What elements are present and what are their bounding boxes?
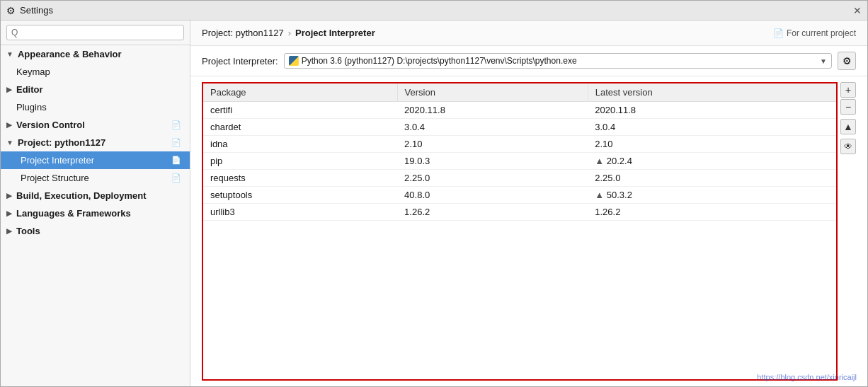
package-version: 1.26.2: [397, 204, 588, 221]
table-row[interactable]: pip19.0.3▲ 20.2.4: [203, 153, 836, 170]
breadcrumb-separator: ›: [288, 28, 291, 38]
package-latest: 1.26.2: [588, 204, 836, 221]
interpreter-row: Project Interpreter: Python 3.6 (python1…: [190, 46, 867, 76]
upgrade-package-button[interactable]: ▲: [840, 119, 856, 134]
upgrade-arrow-icon: ▲: [595, 156, 606, 166]
python-icon: [289, 56, 299, 66]
table-row[interactable]: chardet3.0.43.0.4: [203, 119, 836, 136]
package-name: certifi: [203, 102, 397, 119]
dropdown-chevron-icon: ▼: [820, 57, 827, 65]
interpreter-label: Project Interpreter:: [202, 56, 278, 67]
settings-window: ⚙ Settings ✕ ▼ Appearance & Behavior Key…: [0, 0, 868, 387]
interpreter-selected-value: Python 3.6 (python1127) D:\projects\pyth…: [289, 56, 577, 66]
table-row[interactable]: requests2.25.02.25.0: [203, 170, 836, 187]
remove-package-button[interactable]: −: [840, 99, 856, 115]
add-package-button[interactable]: +: [840, 82, 856, 98]
package-version: 2.10: [397, 136, 588, 153]
sidebar-item-build[interactable]: ▶ Build, Execution, Deployment: [1, 187, 190, 204]
package-latest: 2.25.0: [588, 170, 836, 187]
table-header-row: Package Version Latest version: [203, 83, 836, 102]
chevron-down-icon-proj: ▼: [6, 139, 13, 146]
content-area: ▼ Appearance & Behavior Keymap ▶ Editor …: [1, 21, 867, 386]
minus-icon: −: [845, 101, 851, 112]
package-version: 3.0.4: [397, 119, 588, 136]
chevron-right-icon-lang: ▶: [6, 209, 12, 217]
package-name: urllib3: [203, 204, 397, 221]
sidebar-item-tools[interactable]: ▶ Tools: [1, 222, 190, 240]
chevron-right-icon-build: ▶: [6, 192, 12, 200]
package-name: chardet: [203, 119, 397, 136]
table-row[interactable]: certifi2020.11.82020.11.8: [203, 102, 836, 119]
chevron-right-icon-tools: ▶: [6, 227, 12, 235]
package-name: pip: [203, 153, 397, 170]
package-latest: 2020.11.8: [588, 102, 836, 119]
packages-table: Package Version Latest version certifi20…: [203, 83, 836, 221]
up-arrow-icon: ▲: [843, 121, 853, 132]
sidebar-item-languages[interactable]: ▶ Languages & Frameworks: [1, 204, 190, 222]
package-version: 2.25.0: [397, 170, 588, 187]
package-name: requests: [203, 170, 397, 187]
sidebar-search-container: [1, 21, 190, 45]
package-version: 2020.11.8: [397, 102, 588, 119]
table-row[interactable]: setuptools40.8.0▲ 50.3.2: [203, 187, 836, 204]
plus-icon: +: [845, 84, 851, 96]
sidebar-item-project[interactable]: ▼ Project: python1127 📄: [1, 134, 190, 151]
sidebar-item-plugins[interactable]: Plugins: [1, 98, 190, 116]
breadcrumb-project: Project: python1127: [202, 28, 284, 38]
action-buttons: + − ▲ 👁: [840, 82, 856, 381]
gear-icon: ⚙: [843, 55, 852, 67]
breadcrumb-current: Project Interpreter: [295, 28, 375, 38]
upgrade-arrow-icon: ▲: [595, 190, 606, 200]
interpreter-settings-button[interactable]: ⚙: [838, 52, 856, 70]
col-header-version: Version: [397, 83, 588, 102]
watermark-text: https://blog.csdn.net/xinricaijl: [757, 373, 857, 381]
settings-icon: ⚙: [6, 5, 16, 16]
package-latest: ▲ 50.3.2: [588, 187, 836, 204]
packages-table-wrapper: Package Version Latest version certifi20…: [202, 82, 838, 381]
main-panel: Project: python1127 › Project Interprete…: [190, 21, 867, 386]
chevron-right-icon-vc: ▶: [6, 121, 12, 129]
window-title: Settings: [20, 5, 53, 16]
view-package-button[interactable]: 👁: [840, 139, 856, 154]
package-latest: 2.10: [588, 136, 836, 153]
close-button[interactable]: ✕: [853, 5, 862, 16]
sidebar-item-editor[interactable]: ▶ Editor: [1, 81, 190, 98]
col-header-latest: Latest version: [588, 83, 836, 102]
table-row[interactable]: idna2.102.10: [203, 136, 836, 153]
package-name: idna: [203, 136, 397, 153]
package-version: 40.8.0: [397, 187, 588, 204]
title-bar-left: ⚙ Settings: [6, 5, 53, 16]
for-current-project-button[interactable]: 📄 For current project: [773, 28, 856, 38]
document-icon: 📄: [773, 28, 784, 38]
sidebar-item-appearance[interactable]: ▼ Appearance & Behavior: [1, 45, 190, 63]
sidebar-item-version-control[interactable]: ▶ Version Control 📄: [1, 116, 190, 134]
search-input[interactable]: [6, 25, 184, 40]
package-latest: ▲ 20.2.4: [588, 153, 836, 170]
col-header-package: Package: [203, 83, 397, 102]
table-row[interactable]: urllib31.26.21.26.2: [203, 204, 836, 221]
interpreter-dropdown[interactable]: Python 3.6 (python1127) D:\projects\pyth…: [284, 53, 832, 69]
breadcrumb-bar: Project: python1127 › Project Interprete…: [190, 21, 867, 46]
package-latest: 3.0.4: [588, 119, 836, 136]
title-bar: ⚙ Settings ✕: [1, 1, 867, 21]
packages-area: Package Version Latest version certifi20…: [190, 76, 867, 386]
sidebar-item-keymap[interactable]: Keymap: [1, 63, 190, 81]
package-version: 19.0.3: [397, 153, 588, 170]
sidebar-item-project-interpreter[interactable]: Project Interpreter 📄: [1, 151, 190, 169]
chevron-down-icon: ▼: [6, 50, 13, 58]
eye-icon: 👁: [844, 141, 852, 151]
sidebar: ▼ Appearance & Behavior Keymap ▶ Editor …: [1, 21, 190, 386]
chevron-right-icon: ▶: [6, 86, 12, 93]
package-name: setuptools: [203, 187, 397, 204]
sidebar-item-project-structure[interactable]: Project Structure 📄: [1, 169, 190, 187]
